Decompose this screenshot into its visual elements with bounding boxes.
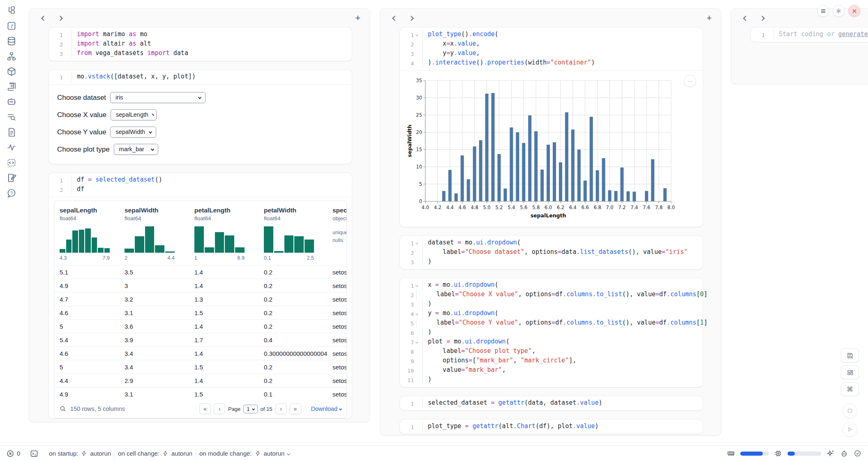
add-cell-button[interactable]: +	[706, 14, 712, 23]
menu-button[interactable]	[817, 5, 829, 17]
svg-text:7.0: 7.0	[606, 205, 613, 210]
documentation-icon[interactable]	[7, 127, 16, 137]
scratchpad-icon[interactable]	[7, 82, 16, 92]
svg-text:7.4: 7.4	[630, 205, 638, 210]
add-cell-button[interactable]: +	[355, 14, 360, 23]
empty-code-cell[interactable]: 1 Start coding or generate with	[751, 28, 868, 42]
svg-text:0: 0	[419, 198, 422, 204]
svg-text:6.6: 6.6	[582, 205, 589, 210]
errors-indicator[interactable]: 0	[7, 450, 20, 457]
column-back-button[interactable]	[38, 13, 49, 23]
autorun-setting[interactable]: on startup:autorun	[49, 450, 111, 457]
dropdown-label: Choose plot type	[57, 145, 110, 154]
svg-text:sepalWidth: sepalWidth	[406, 124, 413, 157]
column-forward-button[interactable]	[406, 13, 416, 23]
svg-text:4.0: 4.0	[422, 205, 429, 210]
dropdown-select[interactable]: mark_bar	[114, 144, 158, 155]
stop-button[interactable]	[843, 403, 857, 418]
svg-text:6.4: 6.4	[569, 205, 577, 210]
table-row[interactable]: 53.41.50.2setosa	[54, 360, 346, 373]
layout-button[interactable]	[841, 365, 859, 379]
column-forward-button[interactable]	[55, 13, 65, 23]
page-select[interactable]: 1	[243, 405, 257, 413]
code-placeholder[interactable]: Start coding or generate with	[773, 30, 868, 39]
dropdown-label: Choose dataset	[57, 94, 106, 102]
autorun-setting[interactable]: on module change:autorun	[199, 450, 290, 457]
table-row[interactable]: 5.43.91.70.4setosa	[54, 333, 346, 346]
database-icon[interactable]	[7, 36, 16, 46]
terminal-button[interactable]	[30, 449, 38, 458]
table-row[interactable]: 5.13.51.40.2setosa	[54, 265, 346, 279]
table-row[interactable]: 53.61.40.2setosa	[54, 319, 346, 333]
first-page-button[interactable]: «	[199, 403, 211, 414]
lightning-icon	[255, 450, 261, 456]
next-page-button[interactable]: ›	[275, 403, 287, 414]
xy-plot-dropdown-cell[interactable]: 1x = mo.ui.dropdown(2 label="Choose X va…	[400, 278, 703, 387]
chat-icon[interactable]	[7, 97, 16, 107]
svg-text:5.0: 5.0	[483, 205, 490, 210]
table-row[interactable]: 4.73.21.30.2setosa	[54, 292, 346, 306]
run-button[interactable]	[843, 422, 857, 437]
dropdown-select[interactable]: sepalWidth	[110, 127, 156, 138]
packages-icon[interactable]	[7, 67, 16, 76]
settings-button[interactable]	[833, 5, 845, 17]
column-forward-button[interactable]	[757, 13, 767, 23]
column-back-button[interactable]	[740, 13, 751, 23]
table-body: 5.13.51.40.2setosa4.931.40.2setosa4.73.2…	[54, 265, 346, 401]
autorun-setting[interactable]: on cell change:autorun	[118, 450, 192, 457]
save-button[interactable]	[841, 348, 859, 362]
file-explorer-icon[interactable]	[7, 6, 16, 16]
lightning-icon	[81, 450, 87, 456]
logs-icon[interactable]	[7, 112, 16, 122]
download-button[interactable]: Download	[311, 406, 342, 412]
svg-text:7.2: 7.2	[618, 205, 626, 210]
keyboard-shortcuts-button[interactable]: ⌘	[841, 382, 859, 396]
generate-with-ai-link[interactable]: generate	[838, 30, 868, 38]
column-histogram	[125, 226, 175, 253]
dataset-dropdown-cell[interactable]: 1dataset = mo.ui.dropdown(2 label="Choos…	[400, 236, 703, 269]
dependency-graph-icon[interactable]	[7, 51, 16, 61]
imports-code-cell[interactable]: 1import marimo as mo2import altair as al…	[49, 28, 352, 61]
copilot-icon[interactable]	[840, 449, 848, 458]
prev-page-button[interactable]: ‹	[214, 403, 225, 414]
column-histogram	[194, 226, 245, 253]
table-row[interactable]: 4.931.40.2setosa	[54, 279, 346, 292]
chart-actions-button[interactable]: ⋯	[684, 75, 696, 87]
plot-code-cell[interactable]: 1plot_type().encode(2 x=x.value,3 y=y.va…	[400, 28, 703, 227]
notebook-icon[interactable]	[7, 173, 16, 183]
snippets-icon[interactable]	[7, 158, 16, 168]
ai-sparkle-icon[interactable]	[826, 449, 835, 458]
close-button[interactable]	[848, 5, 860, 17]
svg-text:?: ?	[10, 191, 13, 196]
table-row[interactable]: 4.63.41.40.30000000000000004setosa	[54, 346, 346, 360]
plot-type-cell[interactable]: 1plot_type = getattr(alt.Chart(df), plot…	[400, 420, 703, 434]
svg-text:25: 25	[416, 112, 422, 118]
control-row: Choose Y valuesepalWidth	[57, 127, 344, 138]
search-icon[interactable]	[60, 406, 66, 412]
table-column-header[interactable]: sepalWidthfloat6424.4	[119, 207, 189, 261]
table-summary: 150 rows, 5 columns	[70, 406, 125, 412]
right-column-panel: 1 Start coding or generate with	[731, 8, 868, 84]
table-column-header[interactable]: speciesobjectuniquenulls:	[327, 207, 347, 261]
table-column-header[interactable]: petalWidthfloat640.12.5	[259, 207, 327, 261]
functions-icon[interactable]: f	[7, 21, 16, 31]
svg-text:10: 10	[416, 164, 422, 170]
table-column-header[interactable]: sepalLengthfloat644.37.9	[54, 207, 119, 261]
dataframe-cell[interactable]: 1df = selected_dataset()2df sepalLengthf…	[49, 173, 352, 418]
table-row[interactable]: 4.93.11.50.1setosa	[54, 387, 346, 401]
table-row[interactable]: 4.42.91.40.2setosa	[54, 373, 346, 387]
svg-text:30: 30	[416, 95, 422, 101]
table-column-header[interactable]: petalLengthfloat6416.9	[189, 207, 259, 261]
terminal-icon	[30, 449, 38, 458]
dropdown-select[interactable]: sepalLength	[111, 109, 157, 120]
column-back-button[interactable]	[389, 13, 400, 23]
bar-chart[interactable]: 4.04.24.44.64.85.05.25.45.65.86.06.26.46…	[406, 76, 703, 222]
selected-dataset-cell[interactable]: 1selected_dataset = getattr(data, datase…	[400, 396, 703, 410]
tracing-icon[interactable]	[7, 143, 16, 152]
connection-status-icon[interactable]	[854, 449, 861, 457]
table-row[interactable]: 4.63.11.50.2setosa	[54, 306, 346, 319]
dropdown-select[interactable]: iris	[110, 92, 205, 103]
controls-cell[interactable]: 1mo.vstack([dataset, x, y, plot]) Choose…	[49, 70, 352, 164]
help-icon[interactable]: ?	[7, 188, 16, 198]
last-page-button[interactable]: »	[290, 403, 301, 414]
